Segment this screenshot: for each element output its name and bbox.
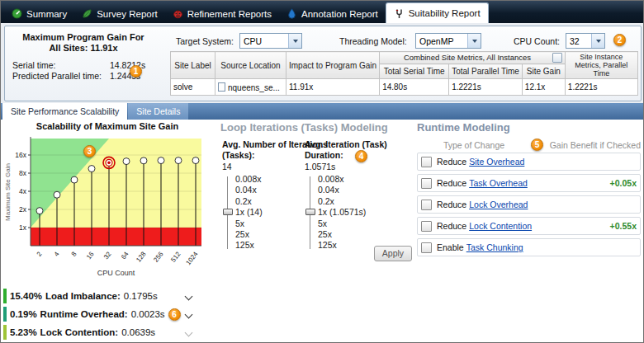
runtime-change-row: Reduce Lock Overhead bbox=[417, 195, 641, 214]
gain-benefit-value: +0.05x bbox=[610, 178, 637, 188]
overhead-value: 0.0639s bbox=[121, 327, 155, 337]
slider-tick-label: 125x bbox=[235, 240, 263, 251]
svg-text:32: 32 bbox=[102, 250, 113, 261]
cpu-count-select[interactable]: 32 bbox=[566, 33, 605, 49]
overhead-label: Load Imbalance: bbox=[45, 291, 121, 301]
expand-chevron-icon[interactable] bbox=[185, 310, 193, 318]
target-system-label: Target System: bbox=[176, 36, 234, 46]
svg-text:8x: 8x bbox=[19, 169, 27, 177]
type-of-change-header: Type of Change bbox=[417, 140, 531, 150]
cell-total-serial: 14.80s bbox=[380, 79, 449, 96]
dropdown-arrow-icon bbox=[591, 34, 604, 48]
change-prefix: Reduce bbox=[437, 157, 466, 167]
cell-total-parallel: 1.2221s bbox=[449, 79, 523, 96]
svg-text:256: 256 bbox=[152, 250, 165, 263]
change-link[interactable]: Task Overhead bbox=[469, 178, 528, 188]
svg-text:16x: 16x bbox=[15, 151, 26, 159]
tab-annotation-report[interactable]: Annotation Report bbox=[279, 4, 386, 23]
column-options-icon[interactable] bbox=[552, 53, 562, 63]
scalability-chart-svg[interactable]: 1x2x4x8x16x2481632641282565121024CPU Cou… bbox=[2, 130, 211, 280]
threading-model-label: Threading Model: bbox=[339, 36, 407, 46]
duration-value: 1.0571s bbox=[305, 162, 335, 172]
cell-site-gain: 12.1x bbox=[522, 79, 565, 96]
svg-text:16: 16 bbox=[85, 250, 96, 261]
col-source-location[interactable]: Source Location bbox=[215, 52, 286, 79]
change-link[interactable]: Site Overhead bbox=[469, 157, 524, 167]
slider-tick-label: 0.2x bbox=[235, 196, 263, 207]
change-prefix: Reduce bbox=[437, 178, 466, 188]
overhead-percent: 5.23% bbox=[10, 327, 37, 337]
group-instance-metrics[interactable]: Site Instance Metrics, Parallel Time bbox=[565, 52, 637, 79]
expand-chevron-icon[interactable] bbox=[185, 328, 193, 336]
change-prefix: Enable bbox=[437, 242, 464, 252]
suitability-report-window: Summary Survey Report Refinement Reports… bbox=[0, 0, 644, 343]
cell-instance-parallel: 1.2221s bbox=[565, 79, 637, 96]
tab-refinement-reports[interactable]: Refinement Reports bbox=[165, 4, 279, 23]
change-link[interactable]: Lock Overhead bbox=[469, 200, 528, 209]
overhead-color-bar bbox=[3, 325, 7, 340]
callout-badge-2: 2 bbox=[613, 34, 626, 46]
callout-badge-1: 1 bbox=[130, 65, 142, 78]
col-site-gain[interactable]: Site Gain bbox=[522, 64, 565, 79]
slider-handle[interactable] bbox=[305, 209, 315, 215]
target-system-select[interactable]: CPU bbox=[239, 33, 302, 49]
iterations-slider[interactable]: 0.008x0.04x0.2x1x (14)5x25x125x bbox=[223, 174, 263, 251]
slider-tick-label: 25x bbox=[235, 229, 263, 240]
gain-benefit-header: Gain Benefit if Checked bbox=[543, 140, 641, 150]
overhead-label: Runtime Overhead: bbox=[40, 309, 128, 319]
slider-handle[interactable] bbox=[223, 209, 233, 215]
svg-text:64: 64 bbox=[120, 250, 130, 261]
change-checkbox[interactable] bbox=[421, 200, 432, 210]
tab-label: Refinement Reports bbox=[187, 9, 272, 19]
overhead-value: 0.0023s bbox=[131, 309, 165, 319]
change-checkbox[interactable] bbox=[421, 157, 432, 167]
summary-gauge-icon bbox=[12, 8, 22, 19]
slider-tick-label: 5x bbox=[235, 218, 263, 229]
runtime-change-rows: Reduce Site OverheadReduce Task Overhead… bbox=[417, 153, 641, 260]
change-link[interactable]: Task Chunking bbox=[466, 242, 523, 252]
col-site-label[interactable]: Site Label bbox=[171, 52, 215, 79]
svg-text:2: 2 bbox=[36, 250, 44, 257]
cell-source-location: nqueens_se... bbox=[215, 79, 286, 96]
parallel-time-label: Predicted Parallel time: bbox=[12, 71, 110, 82]
cpu-count-label: CPU Count: bbox=[514, 36, 560, 46]
site-metrics-table: Site Label Source Location Impact to Pro… bbox=[170, 51, 638, 96]
svg-text:Maximum Site Gain: Maximum Site Gain bbox=[4, 163, 12, 221]
tab-suitability-report[interactable]: Suitability Report bbox=[386, 2, 489, 23]
callout-badge-4: 4 bbox=[355, 150, 367, 162]
tab-survey-report[interactable]: Survey Report bbox=[74, 4, 165, 23]
tab-site-details[interactable]: Site Details bbox=[128, 103, 188, 120]
overhead-value: 0.1795s bbox=[124, 291, 158, 301]
runtime-change-row: Reduce Lock Contention+0.55x bbox=[417, 217, 641, 235]
tab-label: Suitability Report bbox=[409, 8, 481, 18]
group-combined-metrics[interactable]: Combined Site Metrics, All Instances bbox=[380, 52, 566, 64]
change-checkbox[interactable] bbox=[421, 242, 432, 253]
scalability-chart[interactable]: 1x2x4x8x16x2481632641282565121024CPU Cou… bbox=[2, 130, 211, 280]
droplet-icon bbox=[286, 8, 297, 19]
col-total-serial[interactable]: Total Serial Time bbox=[380, 64, 449, 79]
svg-text:128: 128 bbox=[135, 250, 148, 263]
threading-model-select[interactable]: OpenMP bbox=[415, 33, 481, 49]
svg-text:4x: 4x bbox=[19, 187, 27, 195]
tuning-fork-icon bbox=[394, 8, 405, 19]
tab-site-performance-scalability[interactable]: Site Performance Scalability bbox=[2, 103, 127, 120]
col-total-parallel[interactable]: Total Parallel Time bbox=[449, 64, 523, 79]
svg-text:2x: 2x bbox=[19, 205, 27, 214]
change-link[interactable]: Lock Contention bbox=[469, 221, 532, 231]
table-row[interactable]: solve nqueens_se... 11.91x 14.80s 1.2221… bbox=[171, 79, 638, 96]
change-prefix: Reduce bbox=[437, 221, 466, 231]
expand-chevron-icon[interactable] bbox=[185, 292, 193, 300]
callout-badge-3: 3 bbox=[83, 145, 96, 157]
col-impact[interactable]: Impact to Program Gain bbox=[286, 52, 380, 79]
apply-button[interactable]: Apply bbox=[374, 246, 412, 261]
runtime-modeling-heading: Runtime Modeling bbox=[417, 121, 510, 134]
tab-label: Summary bbox=[26, 9, 67, 19]
overhead-percent: 0.19% bbox=[10, 309, 37, 319]
duration-slider[interactable]: 0.008x0.04x0.2x1x (1.0571s)5x25x125x bbox=[305, 174, 366, 251]
change-checkbox[interactable] bbox=[421, 221, 432, 232]
overhead-color-bar bbox=[3, 307, 7, 322]
slider-tick-label: 0.04x bbox=[235, 185, 263, 195]
file-icon bbox=[218, 82, 225, 92]
tab-summary[interactable]: Summary bbox=[4, 4, 74, 23]
change-checkbox[interactable] bbox=[421, 178, 432, 189]
